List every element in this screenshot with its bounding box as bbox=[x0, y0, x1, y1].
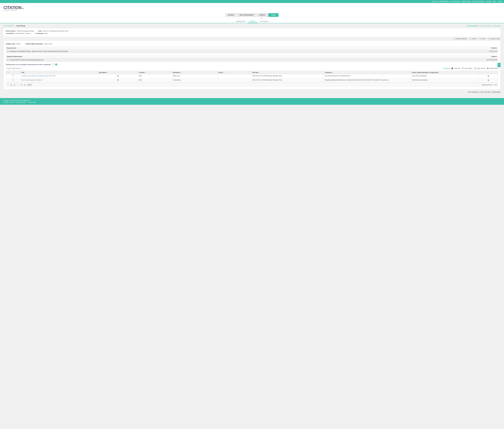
row-checkbox-cell bbox=[6, 78, 20, 82]
col-header-description: Description ▼ bbox=[98, 71, 138, 74]
sub-tabs-container: PERMISSIONS WRITING ACTIVATION bbox=[0, 19, 504, 23]
tab-risk-assessment[interactable]: RISK ASSESSMENT bbox=[237, 13, 256, 17]
detailed-req-citation-header: Citation: bbox=[491, 56, 497, 57]
desc-filter-icon[interactable]: ▼ bbox=[107, 72, 108, 73]
refresh-button[interactable]: ↻ bbox=[7, 84, 9, 86]
detailed-req-expand-icon[interactable]: + bbox=[7, 59, 9, 61]
last-page-button[interactable]: ▶| bbox=[24, 84, 26, 86]
row-checkbox[interactable] bbox=[12, 79, 14, 81]
doc-icon[interactable]: 🗍 bbox=[117, 79, 119, 81]
items-per-page-select[interactable]: 10 25 50 bbox=[27, 84, 32, 86]
logo-tm: TM bbox=[22, 8, 24, 9]
paste-task-button[interactable]: 📋 Paste Task(s) bbox=[474, 67, 485, 70]
top-save-quit-link[interactable]: Save and Quit bbox=[481, 25, 490, 27]
add-task-button[interactable]: &#oplus; ➕ Add Task bbox=[443, 67, 460, 70]
top-task-activation-link[interactable]: Task Activation bbox=[467, 25, 478, 27]
row-operations: Construction... bbox=[172, 78, 217, 82]
jump-to-label: Jump To bbox=[472, 38, 477, 40]
nav-worksheets-queue[interactable]: Worksheets Queue bbox=[472, 1, 484, 2]
nav-list-of-reviews[interactable]: List of Reviews bbox=[450, 1, 460, 2]
tasks-arrow-icon: ▼ bbox=[260, 17, 262, 19]
delete-task-icon: 🗑 bbox=[487, 67, 489, 69]
requirement-citation-header: Citation: bbox=[491, 47, 497, 49]
delete-row-icon[interactable]: 🗑 bbox=[487, 75, 489, 77]
row-checkbox[interactable] bbox=[12, 75, 14, 77]
top-or1: or bbox=[478, 25, 480, 27]
row-location: Main bbox=[138, 78, 172, 82]
page-input[interactable] bbox=[16, 84, 20, 86]
subject-expert-value: Jason Sirois bbox=[44, 43, 52, 45]
sub-tabs: PERMISSIONS WRITING ACTIVATION bbox=[234, 20, 270, 23]
bottom-task-activation-link[interactable]: Task Activation bbox=[468, 91, 478, 93]
delete-task-label: Delete Task(s) bbox=[489, 68, 498, 69]
nav-logout[interactable]: Logout bbox=[497, 1, 502, 2]
events-filter-icon[interactable]: ▼ bbox=[224, 72, 225, 73]
review-info-row1: Review Name: ADEQ Renewable Energy Date:… bbox=[6, 30, 498, 32]
filters-label: Filters bbox=[482, 38, 486, 40]
search-table-input[interactable] bbox=[6, 67, 27, 70]
footer-license-link[interactable]: License Agreement bbox=[15, 102, 26, 103]
row-title: Test Security Equipment at Bay 10 bbox=[20, 78, 98, 82]
writing-completed-label: Writing tasks for this detailed requirem… bbox=[6, 64, 51, 65]
bottom-action-links: Task Activation or Save and Quit or Work… bbox=[3, 91, 501, 94]
tab-tasks[interactable]: TASKS bbox=[268, 13, 278, 17]
detailed-requirement-row: + Comply with OCS facility recordkeeping… bbox=[6, 58, 498, 62]
progress-toggle[interactable] bbox=[496, 38, 500, 40]
tab-events[interactable]: EVENTS bbox=[257, 13, 268, 17]
jump-to-btn[interactable]: □ Jump To bbox=[469, 38, 477, 40]
bottom-save-quit-link[interactable]: Save and Quit bbox=[481, 91, 490, 93]
requirement-header-left: Requirement: bbox=[7, 47, 17, 49]
detailed-req-citation-value: 33 CFR 106.230 bbox=[486, 59, 497, 61]
nav-help[interactable]: Help bbox=[493, 1, 496, 2]
help-icon[interactable]: ? bbox=[55, 63, 57, 65]
manage-clipboard-btn[interactable]: □ Manage Clipboard bbox=[453, 38, 467, 40]
row-delete-cell[interactable]: 🗑 bbox=[479, 78, 498, 82]
main-tabs-container: REVIEW RISK ASSESSMENT EVENTS TASKS bbox=[0, 12, 504, 17]
loc-filter-icon[interactable]: ▼ bbox=[146, 72, 147, 73]
owner-filter-icon[interactable]: ▼ bbox=[439, 72, 440, 73]
req-expand-icon[interactable]: + bbox=[7, 51, 9, 52]
row-description[interactable]: 🗍 bbox=[98, 78, 138, 82]
next-page-button[interactable]: ▶ bbox=[20, 84, 23, 86]
delete-row-icon[interactable]: 🗑 bbox=[487, 79, 489, 81]
subtab-activation[interactable]: ACTIVATION bbox=[258, 20, 270, 23]
detailed-req-header-row: Detailed Requirement: Citation: bbox=[6, 55, 498, 58]
subject-expert-item: Subject Matter Expert(s): Jason Sirois bbox=[26, 43, 52, 45]
row-delete-cell[interactable]: 🗑 bbox=[479, 74, 498, 78]
requirement-row-left: + Navigation and Navigable Waters - Mari… bbox=[7, 51, 68, 52]
subtab-writing[interactable]: WRITING bbox=[248, 20, 258, 23]
review-name-label: Review Name: bbox=[6, 30, 16, 32]
delete-task-button[interactable]: 🗑 Delete Task(s) bbox=[487, 67, 498, 69]
col-header-delete bbox=[479, 71, 498, 74]
footer-privacy-link[interactable]: Privacy Policy bbox=[28, 102, 36, 103]
progress-btn[interactable]: □ Progress bbox=[488, 38, 500, 40]
paste-task-label: Paste Task(s) bbox=[477, 68, 485, 69]
footer-links: All rights reserved. License Agreement |… bbox=[3, 102, 501, 103]
select-all-checkbox[interactable] bbox=[7, 72, 9, 73]
nav-settings[interactable]: Settings bbox=[486, 1, 491, 2]
bottom-worksheets-link[interactable]: Worksheets bbox=[493, 91, 501, 93]
subtab-permissions[interactable]: PERMISSIONS bbox=[234, 20, 248, 23]
nav-view-my-tasks[interactable]: View My Tasks bbox=[461, 1, 470, 2]
row-description[interactable]: 🗍 bbox=[98, 74, 138, 78]
top-worksheets-link[interactable]: Worksheets bbox=[493, 25, 501, 27]
subject-area-value: Marine bbox=[16, 43, 21, 45]
breadcrumb: List of Reviews > Task Writing bbox=[3, 25, 25, 27]
tab-review[interactable]: REVIEW bbox=[225, 13, 237, 17]
top-or2: or bbox=[491, 25, 492, 27]
side-tab[interactable]: >> bbox=[498, 63, 501, 67]
top-action-links: Task Activation or Save and Quit or Work… bbox=[467, 25, 501, 27]
copy-task-button[interactable]: 🗍 Copy Task(s) bbox=[462, 67, 472, 69]
prev-page-button[interactable]: ◀ bbox=[13, 84, 16, 86]
freq-filter-icon[interactable]: ▼ bbox=[333, 72, 334, 73]
breadcrumb-list-link[interactable]: List of Reviews bbox=[3, 25, 13, 27]
col-header-title: Title ▼ bbox=[20, 71, 98, 74]
writing-completed-checkbox[interactable] bbox=[52, 63, 54, 65]
title-filter-icon[interactable]: ▼ bbox=[25, 72, 26, 73]
filters-btn[interactable]: □ Filters bbox=[479, 38, 486, 40]
doc-icon[interactable]: 🗍 bbox=[117, 75, 119, 77]
due-filter-icon[interactable]: ▼ bbox=[259, 72, 260, 73]
ops-filter-icon[interactable]: ▼ bbox=[181, 72, 182, 73]
first-page-button[interactable]: |◀ bbox=[10, 84, 12, 86]
task-actions: &#oplus; ➕ Add Task 🗍 Copy Task(s) 📋 Pas… bbox=[443, 67, 498, 70]
